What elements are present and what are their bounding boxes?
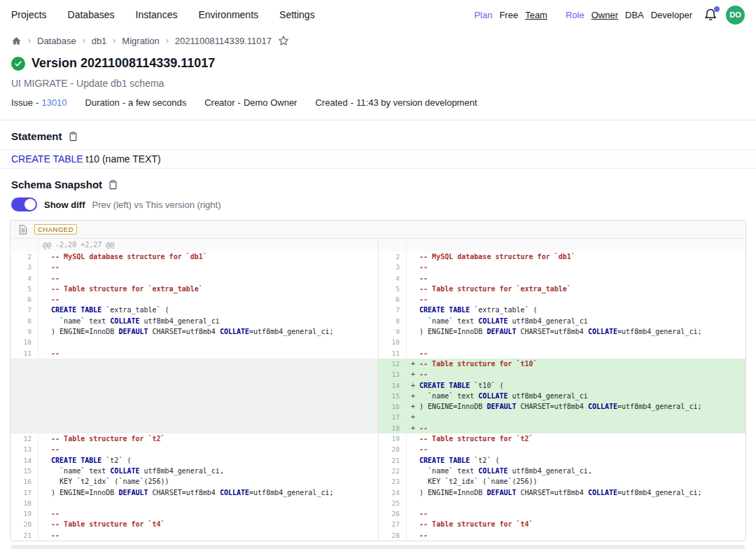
- meta-duration: Duration - a few seconds: [85, 97, 187, 108]
- line-number: 18: [379, 423, 407, 433]
- line-number: 9: [379, 326, 407, 337]
- line-code: --: [38, 530, 59, 541]
- statement-header: Statement: [0, 120, 756, 149]
- diff-line: 22 `name` text COLLATE utf8mb4_general_c…: [379, 466, 746, 476]
- line-number: 10: [379, 337, 407, 347]
- role-dba[interactable]: DBA: [625, 10, 644, 20]
- diff-line: 12 -- Table structure for `t2`: [10, 433, 378, 444]
- line-code: + --: [407, 369, 428, 380]
- line-code: --: [407, 273, 428, 284]
- line-code: CREATE TABLE `t2` (: [407, 455, 499, 466]
- diff-line: 12+ -- Table structure for `t10`: [379, 359, 746, 369]
- diff-line: 3 --: [379, 262, 746, 272]
- main-nav: Projects Databases Instances Environment…: [11, 9, 315, 20]
- diff-line: 10: [379, 337, 746, 347]
- breadcrumb-database[interactable]: Database: [37, 36, 76, 46]
- line-number: 28: [379, 530, 407, 541]
- line-code: [38, 498, 51, 508]
- diff-hint: Prev (left) vs This version (right): [92, 200, 221, 210]
- diff-line: 6 --: [10, 294, 378, 305]
- breadcrumb-migration[interactable]: Migration: [122, 36, 159, 46]
- line-code: --: [38, 508, 59, 519]
- avatar[interactable]: DO: [726, 6, 745, 25]
- diff-line: 7 CREATE TABLE `extra_table` (: [379, 305, 746, 315]
- plan-label: Plan: [474, 10, 492, 20]
- line-number: 19: [379, 433, 407, 444]
- meta-issue: Issue - 13010: [11, 97, 67, 108]
- line-number: 14: [379, 380, 407, 391]
- diff-pane-previous: @@ -2,20 +2,27 @@ 2 -- MySQL database st…: [10, 239, 378, 541]
- line-number: 9: [10, 326, 38, 337]
- nav-item-instances[interactable]: Instances: [136, 9, 178, 20]
- nav-item-projects[interactable]: Projects: [11, 9, 47, 20]
- line-code: + -- Table structure for `t10`: [407, 359, 538, 369]
- breadcrumb-db1[interactable]: db1: [92, 36, 107, 46]
- line-code: `name` text COLLATE utf8mb4_general_ci: [407, 316, 588, 326]
- line-code: -- MySQL database structure for `db1`: [38, 251, 207, 262]
- status-badge: CHANGED: [34, 224, 77, 235]
- nav-item-databases[interactable]: Databases: [68, 9, 115, 20]
- diff-line: 19 -- Table structure for `t2`: [379, 433, 746, 444]
- diff-line: 10: [10, 337, 378, 347]
- line-code: -- Table structure for `t2`: [407, 433, 533, 444]
- diff-line: 7 CREATE TABLE `extra_table` (: [10, 305, 378, 315]
- diff-line: 4 --: [10, 273, 378, 284]
- diff-line: 17+: [379, 412, 746, 422]
- notification-dot: [714, 6, 720, 12]
- line-code: -- Table structure for `t4`: [407, 519, 533, 529]
- diff-line: 20 -- Table structure for `t4`: [10, 519, 378, 529]
- line-code: + ) ENGINE=InnoDB DEFAULT CHARSET=utf8mb…: [407, 401, 701, 412]
- nav-item-settings[interactable]: Settings: [279, 9, 315, 20]
- diff-line: 8 `name` text COLLATE utf8mb4_general_ci: [379, 316, 746, 326]
- version-header: Version 20211008114339.11017: [0, 46, 756, 71]
- nav-item-environments[interactable]: Environments: [198, 9, 258, 20]
- diff-line: 11 --: [10, 348, 378, 359]
- line-number: 6: [379, 294, 407, 305]
- account-area: Plan Free Team Role Owner DBA Developer …: [474, 6, 745, 25]
- diff-line: 25: [379, 498, 746, 508]
- diff-line: 17 ) ENGINE=InnoDB DEFAULT CHARSET=utf8m…: [10, 487, 378, 498]
- line-number: 15: [379, 391, 407, 401]
- diff-toggle-row: Show diff Prev (left) vs This version (r…: [0, 196, 756, 211]
- document-icon: [19, 225, 27, 235]
- line-number: 2: [10, 251, 38, 262]
- line-number: 11: [10, 348, 38, 359]
- line-code: -- Table structure for `extra_table`: [407, 284, 571, 294]
- line-code: --: [407, 294, 428, 305]
- plan-option-free[interactable]: Free: [499, 10, 518, 20]
- role-label: Role: [566, 10, 584, 20]
- diff-line: 21 CREATE TABLE `t2` (: [379, 455, 746, 466]
- copy-statement-icon[interactable]: [68, 131, 78, 142]
- line-number: 3: [10, 262, 38, 272]
- hunk-header-left: @@ -2,20 +2,27 @@: [10, 239, 378, 251]
- meta-creator: Creator - Demo Owner: [204, 97, 297, 108]
- star-icon[interactable]: [278, 35, 289, 46]
- issue-link[interactable]: 13010: [41, 97, 66, 108]
- diff-line: 21 --: [10, 530, 378, 541]
- migration-subtitle: UI MIGRATE - Update db1 schema: [0, 71, 756, 89]
- line-number: 13: [379, 369, 407, 380]
- show-diff-toggle[interactable]: [11, 197, 37, 211]
- horizontal-scrollbar[interactable]: [11, 545, 745, 549]
- line-code: --: [38, 273, 59, 284]
- notification-bell-icon[interactable]: [704, 7, 719, 22]
- role-owner[interactable]: Owner: [592, 10, 618, 20]
- line-number: 14: [10, 455, 38, 466]
- role-developer[interactable]: Developer: [651, 10, 692, 20]
- diff-line: 3 --: [10, 262, 378, 272]
- line-code: --: [407, 348, 428, 359]
- line-code: -- Table structure for `extra_table`: [38, 284, 203, 294]
- line-code: + --: [407, 423, 428, 433]
- line-number: 24: [379, 487, 407, 498]
- copy-snapshot-icon[interactable]: [108, 179, 118, 190]
- line-number: 21: [379, 455, 407, 466]
- diff-line: 23 KEY `t2_idx` (`name`(256)): [379, 476, 746, 487]
- diff-line: 11 --: [379, 348, 746, 359]
- diff-line: 27 -- Table structure for `t4`: [379, 519, 746, 529]
- meta-created: Created - 11:43 by version development: [315, 97, 477, 108]
- diff-line: 5 -- Table structure for `extra_table`: [10, 284, 378, 294]
- line-code: CREATE TABLE `t2` (: [38, 455, 131, 466]
- diff-line: 4 --: [379, 273, 746, 284]
- plan-option-team[interactable]: Team: [525, 10, 547, 20]
- home-icon[interactable]: [11, 36, 22, 46]
